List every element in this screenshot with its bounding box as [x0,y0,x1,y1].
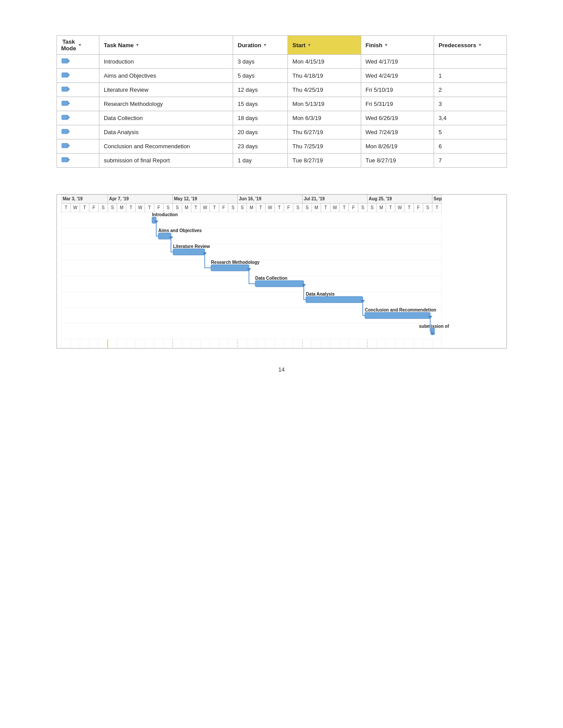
svg-text:W: W [73,205,77,210]
svg-text:submission of final Report: submission of final Report [419,324,450,329]
svg-text:S: S [361,205,364,210]
svg-marker-15 [68,158,70,161]
cell-predecessors-5: 5 [434,125,506,139]
finish-dropdown-icon[interactable]: ▼ [384,43,388,47]
svg-text:Jul 21, '19: Jul 21, '19 [304,196,325,201]
th-taskname[interactable]: Task Name ▼ [99,36,233,55]
gantt-chart: Mar 3, '19TWTFSApr 7, '19SMTWTFSMay 12, … [57,195,450,348]
cell-finish-7: Tue 8/27/19 [361,154,434,168]
start-dropdown-icon[interactable]: ▼ [307,43,311,47]
th-finish[interactable]: Finish ▼ [361,36,434,55]
duration-dropdown-icon[interactable]: ▼ [263,43,267,47]
svg-text:S: S [166,205,170,210]
cell-predecessors-1: 1 [434,69,506,83]
th-taskmode[interactable]: TaskMode ▼ [57,36,99,55]
svg-text:T: T [259,205,262,210]
svg-text:T: T [278,205,280,210]
svg-rect-187 [61,323,442,339]
cell-taskmode-1 [57,69,99,83]
th-predecessors[interactable]: Predecessors ▼ [434,36,506,55]
cell-duration-6: 23 days [233,139,288,154]
svg-text:W: W [268,205,272,210]
svg-text:Data Analysis: Data Analysis [306,292,335,296]
taskmode-label: TaskMode [61,38,76,52]
cell-taskname-3: Research Methodology [99,97,233,111]
page-number: 14 [278,366,284,373]
svg-marker-9 [68,116,70,119]
svg-marker-1 [68,60,70,62]
svg-text:S: S [306,205,309,210]
gantt-chart-section: Mar 3, '19TWTFSApr 7, '19SMTWTFSMay 12, … [57,194,507,349]
svg-rect-4 [62,87,68,91]
svg-text:T: T [129,205,132,210]
svg-rect-165 [158,233,171,239]
cell-taskname-5: Data Analysis [99,125,233,139]
svg-text:M: M [379,205,383,210]
cell-duration-7: 1 day [233,154,288,168]
cell-duration-3: 15 days [233,97,288,111]
cell-taskname-6: Conclusion and Recommendetion [99,139,233,154]
svg-rect-6 [62,101,68,105]
th-start[interactable]: Start ▼ [288,36,361,55]
svg-text:May 12, '19: May 12, '19 [174,196,197,201]
svg-text:Sep: Sep [434,196,442,201]
cell-start-3: Mon 5/13/19 [288,97,361,111]
duration-label: Duration [238,42,261,49]
cell-start-1: Thu 4/18/19 [288,69,361,83]
cell-taskmode-3 [57,97,99,111]
cell-predecessors-0 [434,55,506,69]
svg-text:Research Methodology: Research Methodology [211,260,259,265]
svg-text:F: F [287,205,290,210]
th-duration[interactable]: Duration ▼ [233,36,288,55]
cell-duration-4: 18 days [233,111,288,125]
svg-text:T: T [389,205,392,210]
cell-finish-4: Wed 6/26/19 [361,111,434,125]
start-label: Start [292,42,306,49]
svg-text:Conclusion and Recommendetion: Conclusion and Recommendetion [365,308,436,312]
svg-text:Aug 25, '19: Aug 25, '19 [369,196,392,201]
svg-text:S: S [426,205,429,210]
cell-duration-2: 12 days [233,83,288,97]
svg-rect-173 [211,265,249,271]
cell-taskmode-7 [57,154,99,168]
svg-rect-169 [173,249,204,255]
task-mode-icon [61,156,70,163]
svg-text:S: S [231,205,234,210]
cell-predecessors-3: 3 [434,97,506,111]
cell-start-7: Tue 8/27/19 [288,154,361,168]
svg-text:S: S [370,205,374,210]
taskmode-dropdown-icon[interactable]: ▼ [78,43,82,47]
cell-taskname-7: submission of final Report [99,154,233,168]
svg-text:F: F [92,205,95,210]
svg-text:W: W [138,205,142,210]
cell-start-0: Mon 4/15/19 [288,55,361,69]
cell-finish-5: Wed 7/24/19 [361,125,434,139]
cell-taskname-2: Literature Review [99,83,233,97]
cell-predecessors-2: 2 [434,83,506,97]
svg-text:Aims and Objectives: Aims and Objectives [158,228,202,233]
taskname-label: Task Name [104,42,134,49]
svg-marker-13 [68,144,70,147]
svg-text:Apr 7, '19: Apr 7, '19 [109,196,129,201]
taskname-dropdown-icon[interactable]: ▼ [136,43,140,47]
cell-duration-5: 20 days [233,125,288,139]
svg-text:Literature Review: Literature Review [173,244,210,249]
cell-predecessors-7: 7 [434,154,506,168]
cell-start-5: Thu 6/27/19 [288,125,361,139]
svg-rect-2 [62,73,68,77]
svg-text:S: S [176,205,179,210]
svg-text:T: T [148,205,151,210]
predecessors-dropdown-icon[interactable]: ▼ [478,43,482,47]
task-mode-icon [61,100,70,107]
finish-label: Finish [366,42,382,49]
cell-duration-1: 5 days [233,69,288,83]
cell-taskname-0: Introduction [99,55,233,69]
svg-text:Data Collection: Data Collection [255,276,287,281]
cell-start-4: Mon 6/3/19 [288,111,361,125]
svg-marker-11 [68,130,70,133]
svg-text:S: S [241,205,244,210]
cell-finish-0: Wed 4/17/19 [361,55,434,69]
svg-text:S: S [111,205,114,210]
svg-text:S: S [296,205,299,210]
svg-rect-12 [62,143,68,148]
